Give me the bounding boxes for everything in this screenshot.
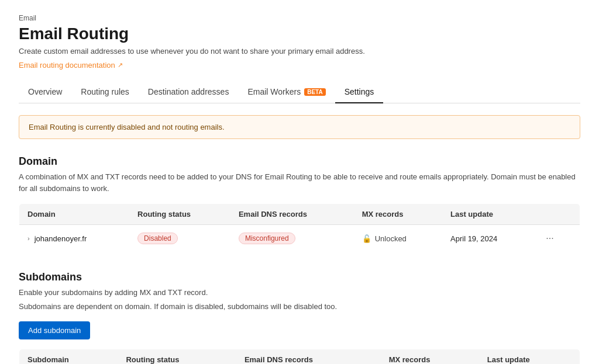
tab-routing-rules[interactable]: Routing rules xyxy=(71,81,139,103)
subdomains-table: Subdomain Routing status Email DNS recor… xyxy=(19,349,580,364)
domain-section: Domain A combination of MX and TXT recor… xyxy=(19,155,580,252)
beta-badge: Beta xyxy=(304,88,325,96)
routing-status-cell: Disabled xyxy=(129,225,230,252)
domain-col-email-dns: Email DNS records xyxy=(230,204,354,225)
table-row: › johandenoyer.fr Disabled Misconfigured… xyxy=(19,225,580,252)
sub-col-subdomain: Subdomain xyxy=(19,349,118,365)
domain-section-title: Domain xyxy=(19,155,580,168)
page-title: Email Routing xyxy=(19,25,580,43)
domain-name: johandenoyer.fr xyxy=(35,234,87,243)
tabs-nav: Overview Routing rules Destination addre… xyxy=(19,81,580,103)
domain-col-actions xyxy=(534,204,580,225)
tab-email-workers[interactable]: Email Workers Beta xyxy=(238,81,335,103)
expand-icon[interactable]: › xyxy=(27,235,30,242)
page-description: Create custom email addresses to use whe… xyxy=(19,47,580,56)
page-label: Email xyxy=(19,14,580,22)
sub-col-routing-status: Routing status xyxy=(118,349,236,365)
tab-overview[interactable]: Overview xyxy=(19,81,71,103)
domain-cell: › johandenoyer.fr xyxy=(19,225,130,252)
lock-icon: 🔓 xyxy=(362,234,371,243)
status-badge-misconfigured: Misconfigured xyxy=(239,233,295,244)
last-update-cell: April 19, 2024 xyxy=(442,225,534,252)
domain-col-mx-records: MX records xyxy=(354,204,442,225)
tab-destination-addresses[interactable]: Destination addresses xyxy=(139,81,239,103)
domain-section-description: A combination of MX and TXT records need… xyxy=(19,171,580,194)
tab-settings[interactable]: Settings xyxy=(335,81,384,103)
sub-col-email-dns: Email DNS records xyxy=(236,349,381,365)
domain-col-last-update: Last update xyxy=(442,204,534,225)
domain-col-domain: Domain xyxy=(19,204,130,225)
external-link-icon: ↗ xyxy=(118,61,123,69)
subdomains-desc-line1: Enable your subdomains by adding MX and … xyxy=(19,287,580,299)
subdomains-section-title: Subdomains xyxy=(19,271,580,283)
status-badge-disabled: Disabled xyxy=(137,233,178,244)
domain-col-routing-status: Routing status xyxy=(129,204,230,225)
mx-records-value: Unlocked xyxy=(375,234,407,243)
domain-table: Domain Routing status Email DNS records … xyxy=(19,203,580,252)
add-subdomain-button[interactable]: Add subdomain xyxy=(19,321,90,339)
more-actions-button[interactable]: ··· xyxy=(542,232,557,245)
alert-banner: Email Routing is currently disabled and … xyxy=(19,115,580,139)
email-dns-cell: Misconfigured xyxy=(230,225,354,252)
subdomains-desc-line2: Subdomains are dependent on domain. If d… xyxy=(19,301,580,313)
sub-col-last-update: Last update xyxy=(479,349,580,365)
subdomains-section: Subdomains Enable your subdomains by add… xyxy=(19,271,580,364)
doc-link-text: Email routing documentation xyxy=(19,61,115,70)
sub-col-mx-records: MX records xyxy=(381,349,479,365)
doc-link[interactable]: Email routing documentation ↗ xyxy=(19,61,123,70)
actions-cell: ··· xyxy=(534,225,580,252)
mx-records-cell: 🔓 Unlocked xyxy=(354,225,442,252)
